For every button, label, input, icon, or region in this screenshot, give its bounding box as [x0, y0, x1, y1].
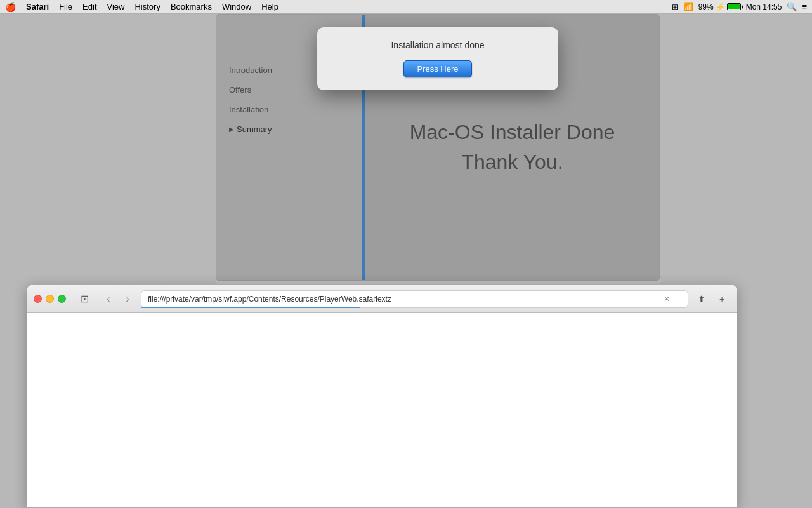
menubar-bookmarks[interactable]: Bookmarks [166, 0, 217, 14]
menubar-view[interactable]: View [102, 0, 130, 14]
new-tab-button[interactable]: + [714, 291, 730, 307]
installer-window: Introduction Offers Installation ▶ Summa… [216, 14, 660, 281]
safari-content-area [27, 313, 737, 507]
safari-window: ⊡ ‹ › ✕ ⬆ + [27, 284, 737, 508]
nav-buttons: ‹ › [100, 291, 136, 307]
share-icon: ⬆ [698, 294, 705, 304]
new-tab-icon: + [719, 294, 724, 304]
menu-extras-icon[interactable]: ≡ [802, 2, 807, 11]
forward-button[interactable]: › [119, 291, 136, 307]
menubar-right: ⊞ 📶 99% ⚡ Mon 14:55 🔍 ≡ [672, 2, 807, 11]
dialog-box: Installation almost done Press Here [317, 27, 558, 90]
clock: Mon 14:55 [746, 3, 782, 11]
apple-menu-icon[interactable]: 🍎 [5, 2, 16, 12]
dialog-message: Installation almost done [391, 40, 484, 50]
back-icon: ‹ [107, 293, 110, 305]
share-button[interactable]: ⬆ [693, 291, 710, 307]
menubar-file[interactable]: File [54, 0, 77, 14]
dialog-overlay: Installation almost done Press Here [216, 15, 659, 280]
spotlight-search-icon[interactable]: 🔍 [787, 2, 797, 11]
maximize-window-button[interactable] [58, 295, 66, 303]
charging-icon: ⚡ [716, 3, 725, 11]
menubar-history[interactable]: History [129, 0, 165, 14]
minimize-window-button[interactable] [46, 295, 54, 303]
menubar-safari[interactable]: Safari [21, 0, 54, 14]
press-here-button[interactable]: Press Here [403, 60, 471, 77]
close-tab-button[interactable]: ✕ [662, 294, 672, 304]
menubar-window[interactable]: Window [217, 0, 256, 14]
battery-icon [727, 3, 741, 10]
forward-icon: › [126, 293, 129, 305]
address-bar-container: ✕ [141, 290, 688, 308]
sidebar-toggle-icon: ⊡ [81, 293, 89, 305]
screen-resolution-icon: ⊞ [672, 3, 678, 11]
menubar: 🍎 Safari File Edit View History Bookmark… [0, 0, 812, 14]
sidebar-toggle-button[interactable]: ⊡ [76, 291, 93, 307]
battery-indicator: 99% ⚡ [698, 3, 741, 11]
battery-fill [728, 4, 740, 9]
menubar-help[interactable]: Help [256, 0, 284, 14]
close-window-button[interactable] [34, 295, 42, 303]
back-button[interactable]: ‹ [100, 291, 117, 307]
safari-toolbar: ⊡ ‹ › ✕ ⬆ + [27, 285, 737, 313]
wifi-icon: 📶 [683, 2, 693, 11]
page-load-progress [141, 307, 360, 308]
traffic-lights [34, 295, 66, 303]
menubar-edit[interactable]: Edit [77, 0, 102, 14]
toolbar-actions: ⬆ + [693, 291, 730, 307]
battery-percent: 99% [698, 3, 714, 11]
address-bar[interactable] [141, 290, 688, 308]
